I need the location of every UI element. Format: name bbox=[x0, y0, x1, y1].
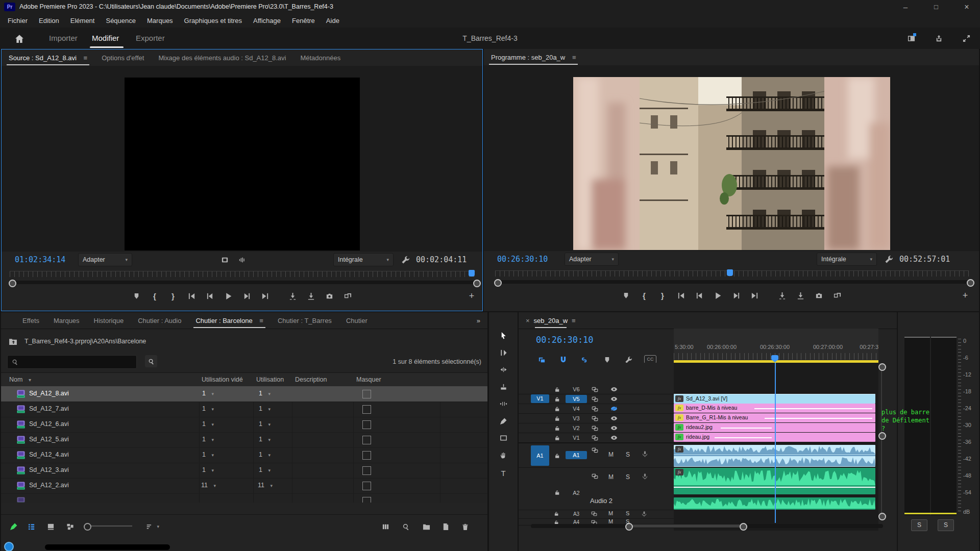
track-sync-icon[interactable] bbox=[590, 394, 599, 404]
lock-icon[interactable] bbox=[552, 423, 561, 433]
tool-razor[interactable] bbox=[497, 380, 510, 393]
mic-icon[interactable] bbox=[640, 510, 648, 518]
source-scroll-knob-left[interactable] bbox=[9, 280, 16, 287]
go-to-in-icon[interactable] bbox=[185, 289, 198, 303]
panel-menu-icon[interactable]: ≡ bbox=[259, 317, 263, 324]
compare-view-icon[interactable] bbox=[830, 289, 844, 302]
search-input[interactable] bbox=[22, 356, 134, 368]
source-settings-wrench-icon[interactable] bbox=[399, 253, 412, 266]
bin-row-selected[interactable]: Sd_A12_8.avi 1 ▾ 1 ▾ bbox=[1, 386, 487, 402]
volume-rubber-band[interactable] bbox=[754, 408, 872, 409]
program-button-editor-plus-icon[interactable]: + bbox=[959, 289, 972, 302]
menu-fenetre[interactable]: Fenêtre bbox=[286, 14, 321, 28]
go-to-out-icon[interactable] bbox=[258, 289, 272, 303]
source-scrub-area[interactable] bbox=[2, 268, 482, 286]
program-scroll-knob-right[interactable] bbox=[967, 279, 974, 287]
close-icon[interactable]: × bbox=[526, 313, 530, 329]
source-drag-video-icon[interactable] bbox=[218, 253, 231, 266]
timeline-timecode[interactable]: 00:26:30:10 bbox=[536, 335, 594, 345]
source-timecode[interactable]: 01:02:34:14 bbox=[15, 255, 65, 264]
mute-button[interactable]: M bbox=[608, 473, 614, 481]
eye-icon[interactable] bbox=[609, 394, 619, 404]
source-playhead[interactable] bbox=[469, 270, 475, 277]
masquer-checkbox[interactable] bbox=[362, 451, 371, 460]
search-in-bin-icon[interactable] bbox=[145, 355, 157, 367]
bin-row[interactable]: Sd_A12_7.avi 1 ▾ 1 ▾ bbox=[1, 402, 487, 417]
source-patch-a1[interactable]: A1 bbox=[531, 445, 549, 466]
tool-ripple-edit[interactable] bbox=[497, 363, 510, 376]
insert-icon[interactable] bbox=[286, 289, 299, 303]
lock-icon[interactable] bbox=[552, 488, 561, 497]
eye-icon[interactable] bbox=[609, 423, 619, 433]
masquer-checkbox[interactable] bbox=[362, 420, 371, 429]
panel-menu-icon[interactable]: ≡ bbox=[572, 313, 576, 329]
column-description[interactable]: Description bbox=[295, 373, 327, 387]
go-to-out-icon[interactable] bbox=[748, 289, 761, 302]
icon-view-icon[interactable] bbox=[44, 520, 57, 533]
bin-row[interactable]: Sd_A12_2.avi 11 ▾ 11 ▾ bbox=[1, 478, 487, 494]
tab-chutier-tbarres[interactable]: Chutier : T_Barres bbox=[271, 313, 339, 329]
tab-audio-clip-mixer[interactable]: Mixage des éléments audio : Sd_A12_8.avi bbox=[151, 51, 293, 66]
solo-right-button[interactable]: S bbox=[938, 519, 954, 531]
bin-row[interactable]: Sd_A12_3.avi 1 ▾ 1 ▾ bbox=[1, 463, 487, 479]
track-sync-icon[interactable] bbox=[590, 404, 599, 413]
automate-to-sequence-icon[interactable] bbox=[379, 520, 392, 533]
zoom-slider-knob[interactable] bbox=[84, 523, 91, 531]
source-zoom-scrollbar[interactable] bbox=[10, 281, 475, 284]
source-fit-dropdown[interactable]: Adapter▾ bbox=[78, 253, 132, 266]
program-playhead[interactable] bbox=[727, 269, 733, 276]
close-button[interactable]: × bbox=[955, 0, 978, 14]
track-sync-icon[interactable] bbox=[590, 414, 599, 423]
lock-icon[interactable] bbox=[552, 510, 560, 518]
menu-graphiques[interactable]: Graphiques et titres bbox=[179, 14, 248, 28]
mute-button[interactable]: M bbox=[608, 451, 614, 458]
solo-button[interactable]: S bbox=[626, 510, 629, 516]
menu-fichier[interactable]: Fichier bbox=[2, 14, 33, 28]
hscroll-knob-right[interactable] bbox=[740, 523, 747, 531]
track-sync-icon[interactable] bbox=[590, 471, 599, 481]
hscroll-thumb[interactable] bbox=[628, 524, 743, 528]
source-scroll-knob-right[interactable] bbox=[473, 280, 481, 287]
track-sync-icon[interactable] bbox=[590, 445, 599, 455]
bin-row[interactable]: Sd_A12_6.avi 1 ▾ 1 ▾ bbox=[1, 417, 487, 433]
new-item-icon[interactable] bbox=[439, 520, 452, 533]
track-sync-icon[interactable] bbox=[590, 423, 599, 433]
track-header-v2[interactable]: V2 bbox=[519, 423, 674, 433]
eye-icon[interactable] bbox=[609, 414, 619, 423]
track-header-a2[interactable]: M S A2 Audio 2 bbox=[519, 467, 674, 510]
lock-icon[interactable] bbox=[552, 394, 561, 404]
mic-icon[interactable] bbox=[640, 471, 649, 481]
tab-chutier-barcelone[interactable]: Chutier : Barcelone ≡ bbox=[188, 313, 271, 329]
minimize-button[interactable]: – bbox=[894, 0, 917, 14]
volume-rubber-band[interactable] bbox=[765, 418, 872, 419]
export-frame-icon[interactable] bbox=[323, 289, 336, 303]
tool-slip[interactable] bbox=[497, 397, 510, 410]
bin-row-partial[interactable] bbox=[1, 493, 487, 503]
track-header-v3[interactable]: V3 bbox=[519, 413, 674, 423]
sort-icon[interactable]: ▾ bbox=[146, 520, 159, 533]
program-scrub-area[interactable] bbox=[484, 267, 978, 286]
tab-historique[interactable]: Historique bbox=[87, 313, 131, 329]
tool-hand[interactable] bbox=[497, 448, 510, 462]
column-usage-video[interactable]: Utilisation vidé bbox=[202, 373, 243, 387]
lock-icon[interactable] bbox=[552, 451, 561, 460]
lock-icon[interactable] bbox=[552, 385, 561, 394]
export-frame-icon[interactable] bbox=[812, 289, 825, 302]
go-to-in-icon[interactable] bbox=[674, 289, 688, 302]
tab-effets[interactable]: Effets bbox=[15, 313, 46, 329]
hscroll-knob-left[interactable] bbox=[625, 523, 633, 531]
timeline-clip-area[interactable]: fx Sd_A12_3.avi [V] fx barre_D-Mis à niv… bbox=[674, 363, 878, 531]
tab-effect-controls[interactable]: Options d'effet bbox=[94, 51, 151, 66]
step-back-icon[interactable] bbox=[693, 289, 706, 302]
breadcrumb[interactable]: T_Barres_Ref4-3.prproj\A20Ans\Barcelone bbox=[24, 338, 146, 345]
program-scroll-knob-left[interactable] bbox=[494, 279, 502, 287]
opacity-rubber-band[interactable] bbox=[721, 428, 772, 429]
tool-track-select-forward[interactable] bbox=[497, 346, 510, 359]
menu-edition[interactable]: Edition bbox=[33, 14, 65, 28]
masquer-checkbox[interactable] bbox=[362, 497, 371, 503]
overwrite-icon[interactable] bbox=[304, 289, 317, 303]
step-forward-icon[interactable] bbox=[729, 289, 743, 302]
horizontal-scrollbar[interactable] bbox=[531, 524, 883, 528]
track-sync-icon[interactable] bbox=[590, 510, 598, 518]
column-masquer[interactable]: Masquer bbox=[356, 373, 381, 387]
